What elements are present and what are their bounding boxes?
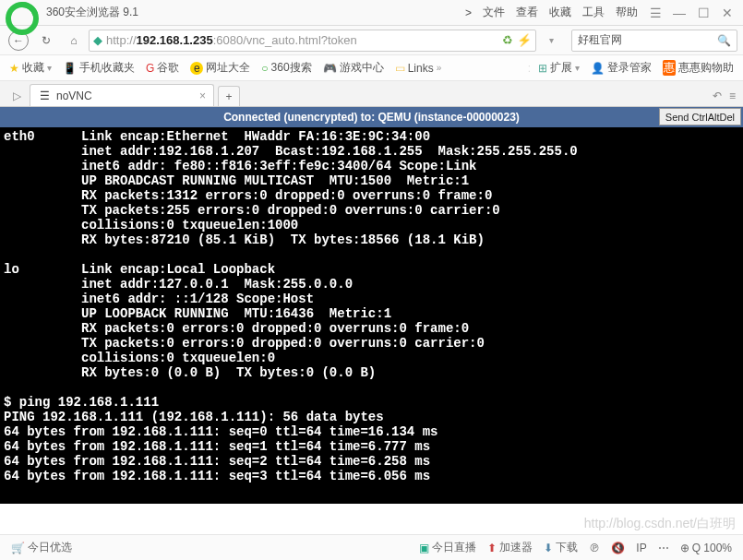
sidebar-toggle-icon[interactable]: ▷ xyxy=(4,89,30,106)
status-ip-icon[interactable]: IP xyxy=(630,542,652,554)
favorites-button[interactable]: ★收藏▾ xyxy=(6,60,55,76)
recycle-icon[interactable]: ♻ xyxy=(502,33,513,47)
shield-icon: ◆ xyxy=(93,33,102,47)
address-bar[interactable]: ◆ http:// 192.168.1.235 :6080 /vnc_auto.… xyxy=(89,30,536,52)
tab-label: noVNC xyxy=(56,89,194,102)
browser-logo-icon xyxy=(4,0,41,37)
cart-icon: 🛒 xyxy=(11,542,25,554)
terminal-output[interactable]: eth0 Link encap:Ethernet HWaddr FA:16:3E… xyxy=(0,127,743,504)
url-protocol: http:// xyxy=(106,33,137,47)
live-button[interactable]: ▣今日直播 xyxy=(413,540,482,555)
address-dropdown-icon[interactable]: ▾ xyxy=(538,30,564,52)
star-icon: ★ xyxy=(9,62,19,75)
url-path: /vnc_auto.html?token xyxy=(243,33,357,47)
download-button[interactable]: ⬇下载 xyxy=(538,540,583,555)
new-tab-button[interactable]: + xyxy=(218,86,240,106)
watermark-text: http://blog.csdn.net/白班明 xyxy=(584,516,736,532)
titlebar: 360安全浏览器 9.1 > 文件 查看 收藏 工具 帮助 ☰ — ☐ ✕ xyxy=(0,0,743,26)
bolt-icon[interactable]: ⚡ xyxy=(517,33,532,47)
menu-tools[interactable]: 工具 xyxy=(577,5,610,20)
tab-novnc[interactable]: ☰ noVNC × xyxy=(30,84,214,106)
bookmark-360search[interactable]: ○360搜索 xyxy=(258,60,315,76)
e-icon: e xyxy=(190,62,203,75)
mute-icon[interactable]: 🔇 xyxy=(605,542,630,554)
vnc-status-bar: Connected (unencrypted) to: QEMU (instan… xyxy=(0,107,743,127)
minimize-button[interactable]: — xyxy=(667,6,691,20)
skin-button[interactable]: ☰ xyxy=(643,6,667,20)
gamepad-icon: 🎮 xyxy=(323,62,337,75)
accelerator-button[interactable]: ⬆加速器 xyxy=(482,540,538,555)
status-p-icon[interactable]: ℗ xyxy=(583,542,605,554)
send-ctrlaltdel-button[interactable]: Send CtrlAltDel xyxy=(659,108,741,125)
search-input[interactable] xyxy=(578,34,717,47)
navigation-toolbar: ← ↻ ⌂ ◆ http:// 192.168.1.235 :6080 /vnc… xyxy=(0,26,743,55)
menu-favorites[interactable]: 收藏 xyxy=(544,5,577,20)
page-icon: ☰ xyxy=(38,89,51,102)
pass-manager-button[interactable]: 👤登录管家 xyxy=(587,60,655,76)
status-bar: 🛒今日优选 ▣今日直播 ⬆加速器 ⬇下载 ℗ 🔇 IP ⋯ ⊕Q 100% xyxy=(0,534,743,560)
search-bar[interactable]: 🔍 xyxy=(571,30,737,52)
bookmark-sites[interactable]: e网址大全 xyxy=(186,60,254,76)
folder-icon: ▭ xyxy=(395,62,405,75)
menu-arrow-icon: > xyxy=(460,6,477,19)
restore-tab-icon[interactable]: ↶ xyxy=(713,89,729,106)
maximize-button[interactable]: ☐ xyxy=(691,6,715,20)
shop-helper-button[interactable]: 惠惠惠购物助 xyxy=(659,60,737,76)
app-title: 360安全浏览器 9.1 xyxy=(46,5,138,20)
status-dots-icon[interactable]: ⋯ xyxy=(653,542,675,554)
search-icon[interactable]: 🔍 xyxy=(717,34,731,47)
bookmark-google[interactable]: G谷歌 xyxy=(142,60,183,76)
tv-icon: ▣ xyxy=(419,542,429,554)
bookmark-links[interactable]: ▭Links» xyxy=(391,62,446,75)
download-icon: ⬇ xyxy=(544,542,553,554)
zoom-icon: ⊕ xyxy=(680,542,689,554)
bookmark-mobile[interactable]: 📱手机收藏夹 xyxy=(59,60,138,76)
phone-icon: 📱 xyxy=(63,62,77,75)
zoom-control[interactable]: ⊕Q 100% xyxy=(675,542,737,554)
home-button[interactable]: ⌂ xyxy=(61,30,87,52)
circle-icon: ○ xyxy=(261,62,268,75)
puzzle-icon: ⊞ xyxy=(538,62,547,75)
url-host: 192.168.1.235 xyxy=(137,33,213,47)
vnc-status-text: Connected (unencrypted) to: QEMU (instan… xyxy=(223,111,520,124)
menu-help[interactable]: 帮助 xyxy=(610,5,643,20)
favorites-label: 收藏 xyxy=(22,60,44,76)
close-window-button[interactable]: ✕ xyxy=(715,6,739,20)
url-port: :6080 xyxy=(213,33,244,47)
tab-close-button[interactable]: × xyxy=(199,89,206,102)
google-icon: G xyxy=(146,62,154,75)
extensions-button[interactable]: ⊞扩展▾ xyxy=(534,60,583,76)
bookmark-games[interactable]: 🎮游戏中心 xyxy=(319,60,388,76)
rocket-icon: ⬆ xyxy=(487,542,497,554)
tab-bar: ▷ ☰ noVNC × + ↶ ≡ xyxy=(0,81,743,107)
menu-view[interactable]: 查看 xyxy=(510,5,544,20)
user-icon: 👤 xyxy=(591,62,605,75)
today-picks-button[interactable]: 🛒今日优选 xyxy=(6,540,78,555)
bookmark-bar: ★收藏▾ 📱手机收藏夹 G谷歌 e网址大全 ○360搜索 🎮游戏中心 ▭Link… xyxy=(0,55,743,81)
menu-file[interactable]: 文件 xyxy=(477,5,510,20)
tab-menu-icon[interactable]: ≡ xyxy=(729,89,743,106)
hui-icon: 惠 xyxy=(663,60,676,76)
more-icon: » xyxy=(437,63,442,73)
